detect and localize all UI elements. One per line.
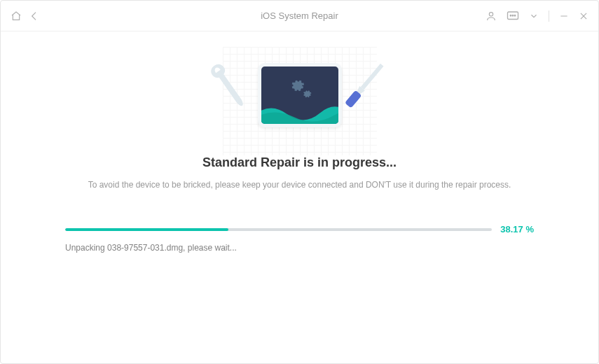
progress-percent: 38.17 %	[500, 224, 534, 234]
minimize-icon[interactable]	[559, 11, 569, 21]
titlebar-left	[11, 10, 40, 22]
close-icon[interactable]	[579, 11, 588, 21]
gear-small-icon	[302, 89, 312, 99]
titlebar-right	[486, 10, 588, 22]
account-icon[interactable]	[486, 10, 497, 22]
home-icon[interactable]	[11, 10, 22, 22]
titlebar: iOS System Repair	[1, 1, 598, 31]
feedback-icon[interactable]	[507, 10, 519, 22]
chevron-down-icon[interactable]	[529, 11, 539, 21]
wave-decoration	[258, 102, 342, 127]
window-title: iOS System Repair	[261, 10, 338, 21]
svg-point-0	[489, 12, 493, 15]
progress-status: Unpacking 038-97557-031.dmg, please wait…	[65, 243, 534, 253]
illustration	[1, 46, 598, 127]
progress-area: 38.17 % Unpacking 038-97557-031.dmg, ple…	[1, 224, 598, 253]
svg-point-4	[514, 15, 516, 16]
progress-subtext: To avoid the device to be bricked, pleas…	[1, 178, 598, 192]
svg-point-3	[512, 15, 514, 16]
progress-fill	[65, 228, 228, 231]
progress-heading: Standard Repair is in progress...	[1, 155, 598, 170]
divider	[549, 10, 549, 22]
back-icon[interactable]	[29, 10, 40, 22]
progress-bar	[65, 228, 492, 231]
svg-point-2	[510, 15, 511, 16]
device-illustration	[258, 63, 342, 127]
